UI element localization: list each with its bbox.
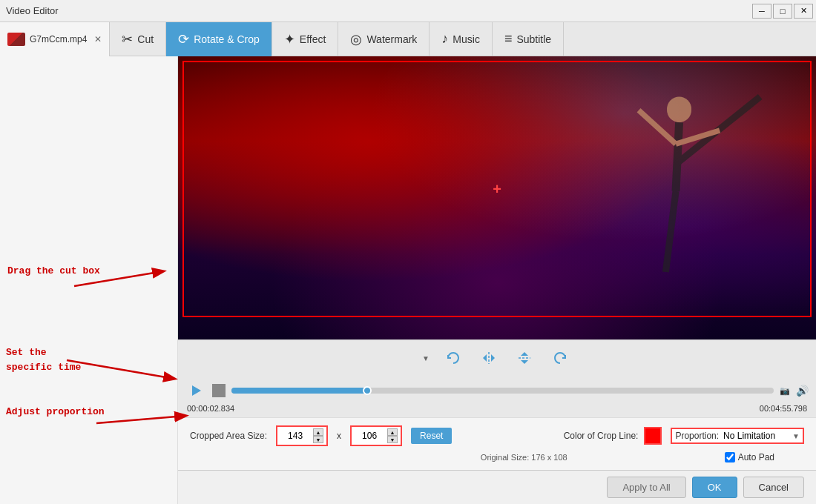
color-of-crop-line-label: Color of Crop Line: [564, 431, 639, 441]
video-container: + [178, 56, 816, 339]
color-swatch[interactable] [644, 427, 662, 445]
rotate-left-icon [445, 350, 461, 366]
auto-pad-checkbox[interactable] [725, 452, 735, 462]
chevron-down: ▼ [422, 354, 430, 362]
annotation-drag-cut-box: Drag the cut box [7, 264, 100, 279]
crop-size-row: Cropped Area Size: ▲ ▼ x ▲ ▼ Reset [190, 425, 804, 446]
crop-settings-panel: Cropped Area Size: ▲ ▼ x ▲ ▼ Reset [178, 417, 816, 470]
tab-music[interactable]: ♪ Music [430, 22, 493, 56]
rotate-left-button[interactable] [441, 346, 465, 370]
video-preview: + [178, 56, 816, 339]
stop-button[interactable] [212, 384, 226, 397]
tab-cut[interactable]: ✂ Cut [110, 22, 166, 56]
annotation-set-time: Set thespecific time [6, 345, 81, 374]
flip-vertical-button[interactable] [513, 346, 536, 370]
x-separator: x [337, 431, 341, 441]
tab-cut-label: Cut [137, 33, 154, 45]
close-button[interactable]: ✕ [794, 4, 813, 19]
flip-vertical-icon [516, 350, 533, 366]
total-time: 00:04:55.798 [760, 404, 807, 413]
reset-button[interactable]: Reset [411, 428, 452, 444]
dancer-silhouette [178, 56, 816, 339]
main-layout: Drag the cut box Set thespecific time [0, 56, 816, 504]
proportion-select[interactable]: No Limitation 16:9 4:3 1:1 9:16 [723, 431, 788, 441]
original-size-label: Original Size: 176 x 108 [481, 453, 567, 462]
proportion-dropdown-arrow: ▼ [792, 432, 800, 440]
auto-pad-row: Auto Pad [725, 452, 774, 462]
sidebar: Drag the cut box Set thespecific time [0, 56, 178, 504]
current-time: 00:00:02.834 [187, 404, 234, 413]
subtitle-icon: ≡ [504, 31, 513, 47]
crop-width-up[interactable]: ▲ [313, 428, 323, 436]
cut-icon: ✂ [122, 31, 133, 47]
proportion-section: Proportion: No Limitation 16:9 4:3 1:1 9… [671, 428, 804, 444]
crop-area-size-label: Cropped Area Size: [190, 431, 267, 441]
tab-effect[interactable]: ✦ Effect [272, 22, 339, 56]
tab-rotate-crop[interactable]: ⟳ Rotate & Crop [166, 22, 272, 56]
tab-effect-label: Effect [300, 33, 326, 45]
file-tab-close[interactable]: ✕ [94, 34, 102, 44]
crop-toolbar: ▼ [178, 339, 816, 376]
crop-height-down[interactable]: ▼ [387, 436, 398, 443]
restore-button[interactable]: □ [773, 4, 792, 19]
arrow-set-time [59, 353, 193, 390]
camera-snapshot-icon[interactable]: 📷 [780, 386, 790, 396]
file-tab-icon [7, 33, 25, 46]
playback-controls-row: 📷 🔊 [185, 380, 809, 401]
volume-icon[interactable]: 🔊 [796, 385, 809, 397]
play-button[interactable] [185, 380, 206, 401]
svg-line-9 [665, 191, 676, 272]
play-icon [189, 384, 203, 397]
rotate-right-button[interactable] [548, 346, 572, 370]
tab-bar: G7mCcm.mp4 ✕ ✂ Cut ⟳ Rotate & Crop ✦ Eff… [0, 22, 816, 56]
tab-subtitle[interactable]: ≡ Subtitle [493, 22, 564, 56]
svg-line-1 [74, 271, 163, 286]
crop-width-input-group: ▲ ▼ [276, 425, 328, 446]
auto-pad-label: Auto Pad [738, 452, 774, 462]
file-tab-name: G7mCcm.mp4 [30, 34, 87, 44]
minimize-button[interactable]: ─ [752, 4, 771, 19]
tab-watermark[interactable]: ◎ Watermark [338, 22, 430, 56]
nav-tabs: ✂ Cut ⟳ Rotate & Crop ✦ Effect ◎ Waterma… [110, 22, 564, 56]
crop-width-down[interactable]: ▼ [313, 436, 323, 443]
rotate-crop-icon: ⟳ [178, 31, 189, 47]
arrow-adjust-proportion [89, 401, 193, 438]
rotate-right-icon [552, 350, 568, 366]
timeline-progress [231, 388, 367, 394]
svg-line-7 [676, 122, 680, 191]
color-section: Color of Crop Line: [564, 427, 662, 445]
ok-button[interactable]: OK [692, 477, 737, 498]
title-bar: Video Editor ─ □ ✕ [0, 0, 816, 22]
action-bar: Apply to All OK Cancel [178, 470, 816, 504]
flip-horizontal-icon [481, 350, 497, 366]
effect-icon: ✦ [284, 31, 295, 47]
tab-rotate-crop-label: Rotate & Crop [194, 33, 260, 45]
proportion-label: Proportion: [675, 431, 719, 441]
crop-width-spinner: ▲ ▼ [313, 428, 323, 443]
music-icon: ♪ [441, 31, 448, 47]
flip-horizontal-button[interactable] [477, 346, 501, 370]
video-area: + ▼ [178, 56, 816, 504]
tab-subtitle-label: Subtitle [516, 33, 551, 45]
crop-height-spinner: ▲ ▼ [387, 428, 398, 443]
crop-height-input-group: ▲ ▼ [350, 425, 402, 446]
crop-width-input[interactable] [280, 431, 310, 441]
time-display-row: 00:00:02.834 00:04:55.798 [185, 404, 809, 413]
bottom-row2: Original Size: 176 x 108 Auto Pad [190, 452, 804, 462]
svg-line-5 [96, 416, 185, 423]
svg-marker-15 [192, 385, 201, 396]
apply-to-all-button[interactable]: Apply to All [607, 477, 685, 498]
file-tab[interactable]: G7mCcm.mp4 ✕ [0, 22, 110, 56]
crop-height-input[interactable] [355, 431, 384, 441]
annotation-adjust-proportion: Adjust proportion [6, 405, 105, 420]
video-controls: 📷 🔊 00:00:02.834 00:04:55.798 [178, 376, 816, 417]
watermark-icon: ◎ [350, 31, 362, 47]
svg-point-12 [667, 97, 691, 122]
cancel-button[interactable]: Cancel [743, 477, 804, 498]
crop-height-up[interactable]: ▲ [387, 428, 398, 436]
timeline-bar[interactable] [231, 388, 774, 394]
tab-watermark-label: Watermark [366, 33, 417, 45]
window-title: Video Editor [6, 5, 59, 16]
svg-line-3 [67, 360, 174, 379]
tab-music-label: Music [453, 33, 480, 45]
